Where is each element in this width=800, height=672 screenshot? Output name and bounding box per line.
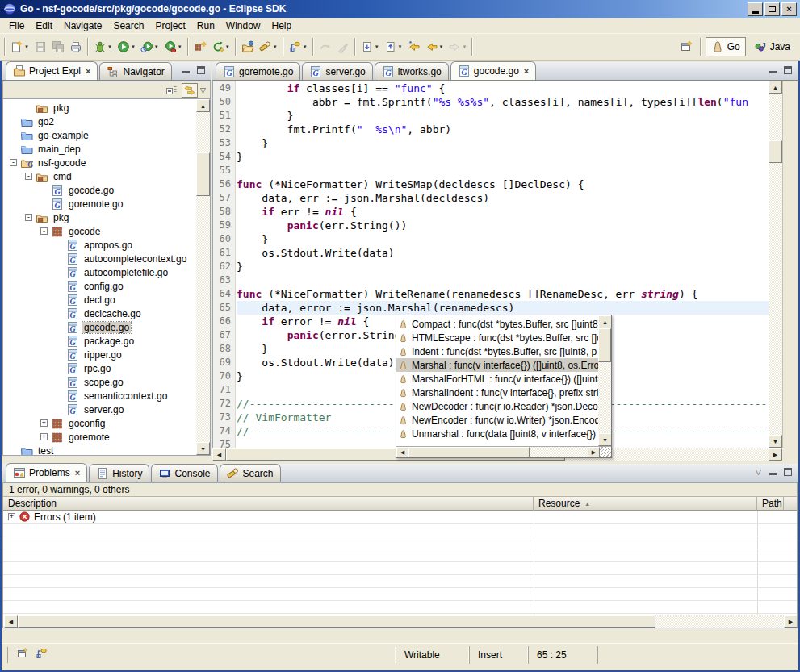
run-button[interactable]: ▼ xyxy=(115,37,138,56)
menu-edit[interactable]: Edit xyxy=(30,19,58,33)
editor-tab-itworks-go[interactable]: Gitworks.go xyxy=(375,62,449,80)
tree-item-nsf-gocode[interactable]: -Gnsf-gocode xyxy=(3,156,196,169)
link-with-editor-button[interactable] xyxy=(182,83,198,98)
tree-scrollbar[interactable]: ▲ ▼ xyxy=(196,99,210,455)
tree-item-autocompletefile-go[interactable]: Gautocompletefile.go xyxy=(3,265,196,279)
editor-tab-server-go[interactable]: Gserver.go xyxy=(302,62,372,80)
new-wizard-button[interactable]: ▼ xyxy=(8,37,31,56)
import-folder-button[interactable] xyxy=(239,37,257,56)
dropdown-arrow-icon[interactable]: ▼ xyxy=(303,44,308,49)
collapse-all-button[interactable] xyxy=(163,83,179,98)
menu-run[interactable]: Run xyxy=(191,19,220,33)
expand-icon[interactable]: + xyxy=(40,433,48,440)
maximize-view-button[interactable] xyxy=(782,65,794,75)
tree-item-scope-go[interactable]: Gscope.go xyxy=(3,375,196,389)
prev-annotation-button[interactable]: ▼ xyxy=(382,37,405,56)
run-history-button[interactable]: ▼ xyxy=(138,37,161,56)
tree-item-decl-go[interactable]: Gdecl.go xyxy=(3,293,196,307)
completion-item-marshalforhtml[interactable]: MarshalForHTML : func(v interface{}) ([]… xyxy=(396,372,598,386)
tree-item-go2[interactable]: go2 xyxy=(3,115,196,128)
scroll-left-icon[interactable]: ◀ xyxy=(4,615,18,628)
tree-item-pkg[interactable]: pkg xyxy=(3,101,196,115)
refresh-go-button[interactable]: ▼ xyxy=(209,37,232,56)
tree-item-server-go[interactable]: Gserver.go xyxy=(3,403,196,416)
editor-vertical-scrollbar[interactable]: ▲ ▼ xyxy=(769,81,782,448)
problems-row-errors-1-item[interactable]: +Errors (1 item) xyxy=(3,511,797,524)
dropdown-arrow-icon[interactable]: ▼ xyxy=(462,44,467,49)
tab-problems[interactable]: Problems× xyxy=(6,463,87,482)
editor-tab-goremote-go[interactable]: Ggoremote.go xyxy=(216,62,300,80)
menu-help[interactable]: Help xyxy=(266,19,298,33)
dropdown-arrow-icon[interactable]: ▼ xyxy=(107,44,112,49)
completion-item-htmlescape[interactable]: HTMLEscape : func(dst *bytes.Buffer, src… xyxy=(396,331,598,344)
tree-item-apropos-go[interactable]: Gapropos.go xyxy=(3,238,196,252)
tree-item-autocompletecontext-go[interactable]: Gautocompletecontext.go xyxy=(3,252,196,265)
collapse-icon[interactable]: - xyxy=(25,173,32,180)
perspective-go[interactable]: Go xyxy=(706,37,746,56)
dropdown-arrow-icon[interactable]: ▼ xyxy=(154,44,159,49)
scroll-up-icon[interactable]: ▲ xyxy=(196,99,210,112)
view-menu-icon[interactable]: ▽ xyxy=(756,468,761,476)
column-header-description[interactable]: Description xyxy=(3,497,534,511)
tree-item-go-example[interactable]: go-example xyxy=(3,128,196,142)
tree-item-test[interactable]: test xyxy=(3,444,196,455)
collapse-icon[interactable]: - xyxy=(40,227,48,235)
tab-project-expl[interactable]: Project Expl× xyxy=(6,61,98,80)
tab-console[interactable]: Console xyxy=(151,464,217,482)
scroll-down-icon[interactable]: ▼ xyxy=(196,442,210,455)
menu-search[interactable]: Search xyxy=(107,19,149,33)
minimize-view-button[interactable] xyxy=(180,65,191,75)
new-fastview-button[interactable] xyxy=(16,647,29,662)
minimize-view-button[interactable] xyxy=(767,65,778,75)
scroll-left-icon[interactable]: ◀ xyxy=(396,447,408,457)
menu-file[interactable]: File xyxy=(3,19,30,33)
column-header-path[interactable]: Path xyxy=(757,497,784,511)
dropdown-arrow-icon[interactable]: ▼ xyxy=(131,44,136,49)
editor-tab-gocode-go[interactable]: Ggocode.go× xyxy=(450,61,537,80)
back-button[interactable]: ▼ xyxy=(423,37,446,56)
menu-navigate[interactable]: Navigate xyxy=(58,19,107,33)
scroll-right-icon[interactable]: ▶ xyxy=(784,615,798,628)
scroll-left-icon[interactable]: ◀ xyxy=(212,448,226,461)
new-package-button[interactable] xyxy=(191,37,209,56)
tree-item-ripper-go[interactable]: Gripper.go xyxy=(3,348,196,361)
debug-button[interactable]: ▼ xyxy=(91,37,115,56)
dropdown-arrow-icon[interactable]: ▼ xyxy=(24,44,29,49)
tree-item-cmd[interactable]: -cmd xyxy=(3,169,196,183)
tree-item-rpc-go[interactable]: Grpc.go xyxy=(3,361,196,375)
dropdown-arrow-icon[interactable]: ▼ xyxy=(439,44,444,49)
scroll-right-icon[interactable]: ▶ xyxy=(769,448,782,461)
tree-item-declcache-go[interactable]: Gdeclcache.go xyxy=(3,307,196,320)
resize-grip[interactable] xyxy=(600,447,611,457)
tree-item-main-dep[interactable]: main_dep xyxy=(3,142,196,156)
collapse-icon[interactable]: - xyxy=(10,159,17,166)
scroll-down-icon[interactable]: ▼ xyxy=(769,435,782,448)
annotation-button[interactable] xyxy=(36,647,48,662)
completion-item-indent[interactable]: Indent : func(dst *bytes.Buffer, src []u… xyxy=(396,344,598,358)
scroll-down-icon[interactable]: ▼ xyxy=(598,433,611,446)
completion-item-newdecoder[interactable]: NewDecoder : func(r io.Reader) *json.Dec… xyxy=(396,399,598,413)
perspective-java[interactable]: JJava xyxy=(748,37,796,56)
completion-item-marshal[interactable]: Marshal : func(v interface{}) ([]uint8, … xyxy=(396,358,598,372)
maximize-view-button[interactable] xyxy=(195,65,207,75)
view-menu-icon[interactable]: ▽ xyxy=(200,86,206,94)
problems-horizontal-scrollbar[interactable]: ◀ ▶ xyxy=(4,615,798,628)
menu-window[interactable]: Window xyxy=(220,19,266,33)
tree-item-goremote-go[interactable]: Ggoremote.go xyxy=(3,197,196,211)
annotation-button[interactable]: ▼ xyxy=(287,37,310,56)
tab-search[interactable]: Search xyxy=(220,464,281,482)
print-button[interactable] xyxy=(67,37,85,56)
tree-item-gocode[interactable]: -gocode xyxy=(3,224,196,238)
tree-item-semanticcontext-go[interactable]: Gsemanticcontext.go xyxy=(3,389,196,403)
maximize-button[interactable] xyxy=(764,2,780,16)
close-icon[interactable]: × xyxy=(86,66,90,76)
last-edit-location-button[interactable]: * xyxy=(405,37,423,56)
expand-icon[interactable]: + xyxy=(40,419,48,427)
tree-item-config-go[interactable]: Gconfig.go xyxy=(3,279,196,293)
tree-item-goconfig[interactable]: +goconfig xyxy=(3,416,196,430)
search-button[interactable]: ▼ xyxy=(257,37,280,56)
tab-history[interactable]: History xyxy=(89,464,149,482)
popup-scrollbar[interactable]: ▲ ▼ xyxy=(598,315,611,446)
next-annotation-button[interactable]: ▼ xyxy=(358,37,382,56)
scroll-up-icon[interactable]: ▲ xyxy=(598,315,611,328)
